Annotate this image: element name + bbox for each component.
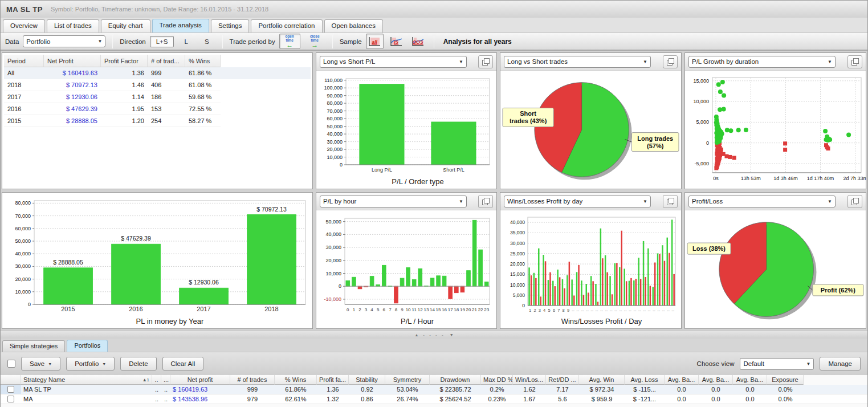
svg-text:70,000: 70,000 <box>327 108 343 114</box>
chart-long-short-trades: Long trades(57%)Shorttrades (43%) <box>500 71 681 189</box>
column-header[interactable]: Avg. Loss <box>625 375 665 385</box>
table-row[interactable]: 2015$ 28888.051.2025458.27 % <box>4 115 311 127</box>
table-cell: 72.55 % <box>185 103 221 115</box>
svg-text:Short P/L: Short P/L <box>443 167 464 173</box>
table-row[interactable]: 2017$ 12930.061.1418659.68 % <box>4 91 311 103</box>
manage-button[interactable]: Manage <box>820 357 861 371</box>
splitter-down-icon[interactable]: ▼ <box>450 333 454 337</box>
column-header[interactable]: Exposure <box>767 375 804 385</box>
copy-chart-button[interactable] <box>663 195 678 208</box>
tab-portfolios[interactable]: Portfolios <box>67 340 108 352</box>
view-select[interactable]: Default ▼ <box>740 358 814 370</box>
data-select[interactable]: Portfolio ▼ <box>23 35 105 47</box>
copy-chart-button[interactable] <box>847 55 862 68</box>
portfolio-button[interactable]: Portfolio ▼ <box>66 357 115 371</box>
column-header[interactable]: ... <box>161 375 170 385</box>
column-header[interactable]: Avg. Ba... <box>699 375 733 385</box>
svg-text:2: 2 <box>533 308 536 313</box>
column-header[interactable]: Profit fa... <box>317 375 349 385</box>
svg-text:13: 13 <box>423 307 429 312</box>
column-header[interactable]: .. <box>152 375 161 385</box>
copy-chart-button[interactable] <box>478 195 493 208</box>
direction-short-button[interactable]: S <box>198 36 215 47</box>
save-button[interactable]: Save ▼ <box>21 357 60 371</box>
tab-settings[interactable]: Settings <box>211 19 250 32</box>
direction-long-button[interactable]: L <box>178 36 194 47</box>
column-header[interactable]: Avg. Win <box>579 375 625 385</box>
row-checkbox[interactable] <box>7 396 14 402</box>
column-header[interactable]: Net Profit <box>44 55 101 67</box>
close-time-button[interactable]: close time → <box>304 34 325 49</box>
delete-button[interactable]: Delete <box>120 357 156 371</box>
copy-icon <box>851 58 859 66</box>
column-header[interactable]: % Wins <box>185 55 221 67</box>
column-header[interactable]: # of trad... <box>148 55 185 67</box>
tab-open-balances[interactable]: Open balances <box>324 19 383 32</box>
svg-text:20,000: 20,000 <box>510 261 525 267</box>
column-header[interactable]: Max DD % <box>481 375 513 385</box>
open-time-button[interactable]: open time ← <box>279 34 300 49</box>
column-header[interactable]: # of trades <box>230 375 275 385</box>
table-cell: 7.17 <box>546 385 579 394</box>
arrow-right-icon: → <box>311 42 318 48</box>
sample-is-button[interactable]: IS <box>388 34 405 49</box>
svg-text:13h 53m: 13h 53m <box>741 176 761 181</box>
svg-text:40,000: 40,000 <box>327 131 343 137</box>
svg-text:30,000: 30,000 <box>327 139 343 145</box>
column-header[interactable]: Strategy Name▲1 <box>21 375 152 385</box>
clear-all-button[interactable]: Clear All <box>162 357 204 371</box>
panel-splitter[interactable]: ▲ - - - - ▼ <box>1 331 867 339</box>
tab-simple-strategies[interactable]: Simple strategies <box>2 340 65 352</box>
copy-chart-button[interactable] <box>847 195 862 208</box>
sample-all-button[interactable]: all <box>366 34 384 49</box>
copy-chart-button[interactable] <box>663 55 678 68</box>
tab-list-of-trades[interactable]: List of trades <box>47 19 99 32</box>
column-header[interactable]: Avg. Ba... <box>665 375 699 385</box>
svg-text:10,000: 10,000 <box>510 282 525 288</box>
table-row[interactable]: All$ 160419.631.3699961.86 % <box>4 67 311 79</box>
copy-chart-button[interactable] <box>478 55 493 68</box>
svg-text:5: 5 <box>548 308 551 313</box>
column-header[interactable]: Drawdown <box>430 375 481 385</box>
row-checkbox[interactable] <box>7 386 14 393</box>
arrow-left-icon: ← <box>286 42 293 48</box>
sample-oos-button[interactable]: OOS <box>409 34 427 49</box>
select-all-checkbox[interactable] <box>7 360 15 368</box>
column-header[interactable]: Avg. Ba... <box>733 375 767 385</box>
column-header[interactable]: % Wins <box>275 375 317 385</box>
column-header[interactable]: Symmetry <box>385 375 430 385</box>
tab-portfolio-correlation[interactable]: Portfolio correlation <box>251 19 322 32</box>
chart-type-select[interactable]: P/L Growth by duration ▼ <box>688 56 836 68</box>
column-header[interactable]: Ret/DD ... <box>546 375 579 385</box>
chart-type-select[interactable]: Wins/Losses Profit by day ▼ <box>504 196 651 207</box>
splitter-up-icon[interactable]: ▲ <box>414 333 418 337</box>
strategy-row[interactable]: MA SL TP....$ 160419.6399961.86%1.360.92… <box>1 385 867 394</box>
tab-trade-analysis[interactable]: Trade analysis <box>152 19 209 32</box>
strategy-row[interactable]: MA....$ 143538.9697962.61%1.320.8626.74%… <box>1 394 867 404</box>
tab-overview[interactable]: Overview <box>3 19 45 32</box>
chart-type-select[interactable]: Profit/Loss ▼ <box>688 196 836 207</box>
chart-type-select[interactable]: Long vs Short trades ▼ <box>504 56 651 68</box>
svg-text:30,000: 30,000 <box>325 245 341 250</box>
splitter-handle[interactable]: - - - - <box>423 332 445 337</box>
chart-header: Profit/Loss ▼ <box>685 193 866 210</box>
column-header[interactable]: Win/Los... <box>513 375 546 385</box>
table-cell: 2015 <box>4 115 44 127</box>
direction-long-short-button[interactable]: L+S <box>150 36 174 47</box>
svg-text:Loss (38%): Loss (38%) <box>692 245 726 252</box>
chart-type-select[interactable]: Long vs Short P/L ▼ <box>320 56 467 68</box>
column-header[interactable]: Net profit <box>170 375 230 385</box>
table-row[interactable]: 2018$ 70972.131.4640661.08 % <box>4 79 311 91</box>
tab-equity-chart[interactable]: Equity chart <box>101 19 150 32</box>
svg-text:0: 0 <box>706 140 709 146</box>
svg-text:14: 14 <box>430 307 435 312</box>
chart-type-select[interactable]: P/L by hour ▼ <box>320 196 467 207</box>
table-cell: 0.0 <box>733 394 767 404</box>
svg-text:50,000: 50,000 <box>15 238 31 244</box>
column-header[interactable]: Period <box>4 55 44 67</box>
table-row[interactable]: 2016$ 47629.391.9515372.55 % <box>4 103 311 115</box>
column-header[interactable]: Stability <box>349 375 385 385</box>
svg-text:Long trades: Long trades <box>637 135 673 142</box>
svg-text:2017: 2017 <box>197 306 210 312</box>
column-header[interactable]: Profit Factor <box>101 55 148 67</box>
